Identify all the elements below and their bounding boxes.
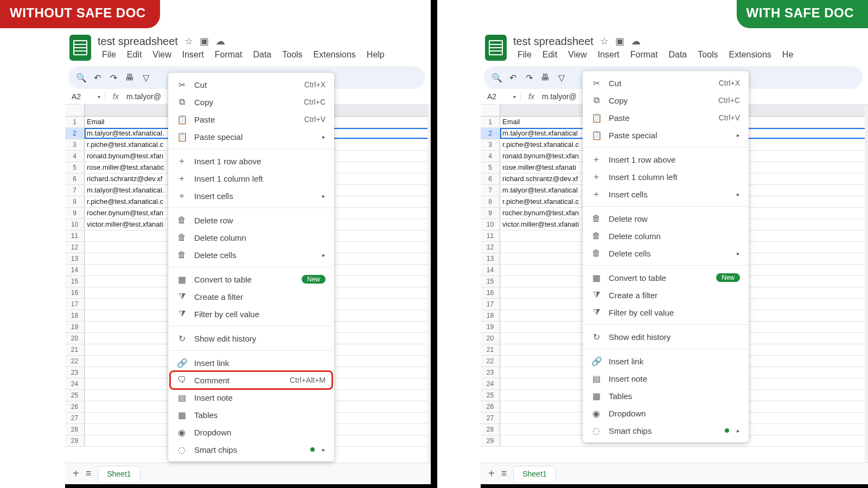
row-header[interactable]: 8 [481,196,500,207]
menu-item-tables[interactable]: ▦ Tables [583,387,749,404]
menu-edit[interactable]: Edit [538,49,562,61]
document-title[interactable]: test spreadsheet [513,35,593,48]
menu-item-delete-column[interactable]: 🗑 Delete column [168,229,334,246]
select-all-corner[interactable] [481,105,500,116]
menu-item-insert-1-row-above[interactable]: ＋ Insert 1 row above [583,151,749,168]
row-header[interactable]: 20 [65,333,85,344]
row-header[interactable]: 7 [481,185,500,196]
menu-item-filter-by-cell-value[interactable]: ⧩ Filter by cell value [583,304,749,321]
row-header[interactable]: 11 [481,230,500,241]
menu-file[interactable]: File [98,49,120,61]
cloud-status-icon[interactable]: ☁ [631,35,641,47]
cloud-status-icon[interactable]: ☁ [215,35,225,47]
menu-tools[interactable]: Tools [693,49,722,61]
row-header[interactable]: 18 [65,310,85,321]
row-header[interactable]: 13 [65,253,85,264]
row-header[interactable]: 19 [65,322,85,332]
row-header[interactable]: 6 [481,174,500,184]
row-header[interactable]: 5 [65,162,85,173]
menu-item-tables[interactable]: ▦ Tables [168,406,334,423]
row-header[interactable]: 22 [481,356,500,367]
menu-item-comment[interactable]: 🗨 Comment Ctrl+Alt+M [168,371,334,389]
row-header[interactable]: 17 [481,299,500,310]
menu-item-cut[interactable]: ✂ Cut Ctrl+X [583,74,749,92]
move-folder-icon[interactable]: ▣ [615,35,624,47]
row-header[interactable]: 15 [65,276,85,287]
row-header[interactable]: 20 [481,333,500,344]
menu-item-insert-cells[interactable]: ＋ Insert cells ▸ [168,187,334,204]
print-icon[interactable]: 🖶 [125,73,135,82]
row-header[interactable]: 24 [65,378,85,389]
row-header[interactable]: 8 [65,196,85,207]
row-header[interactable]: 4 [65,151,85,162]
fx-value[interactable]: m.talyor@ [542,92,577,101]
menu-item-insert-cells[interactable]: ＋ Insert cells ▸ [583,185,749,203]
menu-item-insert-1-row-above[interactable]: ＋ Insert 1 row above [168,152,334,170]
row-header[interactable]: 12 [65,242,85,253]
undo-icon[interactable]: ↶ [508,73,518,83]
redo-icon[interactable]: ↷ [108,73,118,83]
row-header[interactable]: 28 [65,424,85,435]
menu-tools[interactable]: Tools [278,49,307,61]
row-header[interactable]: 24 [481,378,500,389]
menu-item-copy[interactable]: ⧉ Copy Ctrl+C [168,93,334,111]
menu-he[interactable]: He [778,49,797,61]
add-sheet-button[interactable]: + [488,467,495,480]
row-header[interactable]: 14 [481,265,500,275]
row-header[interactable]: 3 [65,139,85,150]
row-header[interactable]: 25 [65,390,85,401]
menu-view[interactable]: View [564,49,591,61]
row-header[interactable]: 18 [481,310,500,321]
menu-item-cut[interactable]: ✂ Cut Ctrl+X [168,76,334,93]
search-icon[interactable]: 🔍 [492,73,501,83]
row-header[interactable]: 3 [481,139,500,150]
menu-item-smart-chips[interactable]: ◌ Smart chips ▸ [168,441,334,458]
menu-item-create-a-filter[interactable]: ⧩ Create a filter [583,286,749,304]
row-header[interactable]: 23 [65,367,85,378]
paint-format-icon[interactable]: ▽ [557,73,566,83]
star-icon[interactable]: ☆ [600,35,609,47]
row-header[interactable]: 1 [481,117,500,127]
row-header[interactable]: 23 [481,367,500,378]
sheet-tab[interactable]: Sheet1 [98,466,140,481]
row-header[interactable]: 29 [65,435,85,446]
row-header[interactable]: 4 [481,151,500,162]
menu-item-paste-special[interactable]: 📋 Paste special ▸ [168,128,334,145]
row-header[interactable]: 5 [481,162,500,173]
menu-extensions[interactable]: Extensions [725,49,776,61]
row-header[interactable]: 22 [65,356,85,367]
row-header[interactable]: 16 [481,287,500,298]
menu-item-delete-column[interactable]: 🗑 Delete column [583,227,749,245]
vertical-scrollbar[interactable] [865,105,868,466]
menu-item-create-a-filter[interactable]: ⧩ Create a filter [168,288,334,305]
row-header[interactable]: 9 [65,208,85,219]
menu-format[interactable]: Format [210,49,247,61]
menu-item-copy[interactable]: ⧉ Copy Ctrl+C [583,92,749,109]
menu-item-insert-link[interactable]: 🔗 Insert link [168,354,334,371]
menu-item-insert-1-column-left[interactable]: ＋ Insert 1 column left [583,168,749,185]
print-icon[interactable]: 🖶 [540,73,550,82]
menu-item-delete-row[interactable]: 🗑 Delete row [168,211,334,229]
row-header[interactable]: 29 [481,435,500,446]
move-folder-icon[interactable]: ▣ [200,35,209,47]
menu-format[interactable]: Format [626,49,662,61]
menu-item-paste[interactable]: 📋 Paste Ctrl+V [168,111,334,128]
search-icon[interactable]: 🔍 [76,73,86,83]
row-header[interactable]: 27 [65,413,85,423]
add-sheet-button[interactable]: + [73,467,79,480]
menu-item-smart-chips[interactable]: ◌ Smart chips ▸ [583,422,749,439]
menu-item-dropdown[interactable]: ◉ Dropdown [168,423,334,441]
menu-item-delete-cells[interactable]: 🗑 Delete cells ▸ [168,246,334,264]
row-header[interactable]: 21 [65,344,85,355]
menu-item-show-edit-history[interactable]: ↻ Show edit history [583,328,749,345]
row-header[interactable]: 26 [481,401,500,412]
undo-icon[interactable]: ↶ [92,73,102,83]
menu-item-paste[interactable]: 📋 Paste Ctrl+V [583,109,749,126]
row-header[interactable]: 19 [481,322,500,332]
menu-item-show-edit-history[interactable]: ↻ Show edit history [168,330,334,347]
row-header[interactable]: 25 [481,390,500,401]
menu-item-insert-note[interactable]: ▤ Insert note [168,389,334,406]
menu-item-delete-cells[interactable]: 🗑 Delete cells ▸ [583,245,749,262]
menu-data[interactable]: Data [664,49,691,61]
menu-data[interactable]: Data [248,49,276,61]
